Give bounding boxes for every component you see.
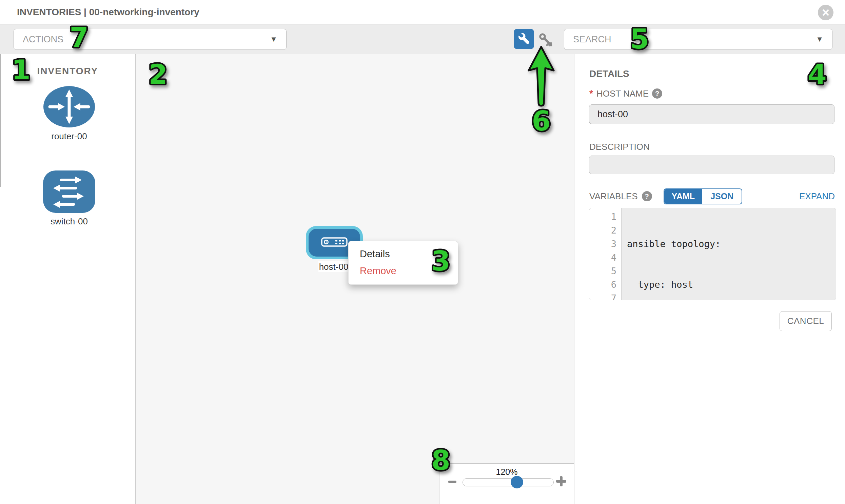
host-node-label: host-00 bbox=[318, 261, 349, 272]
variables-label: VARIABLES bbox=[589, 191, 638, 202]
page-title: INVENTORIES | 00-networking-inventory bbox=[17, 7, 199, 18]
editor-line-numbers: 1 2 3 4 5 6 7 bbox=[589, 208, 621, 300]
actions-dropdown-label: ACTIONS bbox=[23, 34, 64, 45]
zoom-in-button[interactable] bbox=[556, 476, 566, 486]
zoom-control-panel: 120% bbox=[439, 463, 574, 504]
zoom-level-value: 120% bbox=[439, 467, 574, 477]
toolbar: ACTIONS ▼ SEARCH ▼ bbox=[0, 24, 845, 55]
inventory-sidebar: INVENTORY router-00 bbox=[0, 54, 136, 504]
toggle-json-button[interactable]: JSON bbox=[702, 189, 742, 204]
close-icon[interactable]: × bbox=[818, 5, 833, 20]
palette-item-switch[interactable]: switch-00 bbox=[43, 170, 95, 227]
key-button[interactable] bbox=[539, 33, 553, 49]
chevron-down-icon: ▼ bbox=[816, 35, 823, 44]
topology-canvas[interactable]: host-00 Details Remove 120% bbox=[136, 54, 574, 504]
variables-code-editor[interactable]: 1 2 3 4 5 6 7 ansible_topology: type: ho… bbox=[589, 208, 836, 300]
host-name-label: HOST NAME bbox=[596, 88, 649, 99]
context-menu-details[interactable]: Details bbox=[349, 246, 458, 262]
zoom-slider-handle[interactable] bbox=[511, 476, 523, 488]
required-marker: * bbox=[589, 88, 593, 99]
cancel-button[interactable]: CANCEL bbox=[779, 311, 832, 331]
actions-dropdown[interactable]: ACTIONS ▼ bbox=[14, 29, 286, 50]
expand-link[interactable]: EXPAND bbox=[799, 191, 835, 202]
palette-item-label: switch-00 bbox=[43, 216, 95, 227]
palette-item-label: router-00 bbox=[43, 131, 95, 142]
search-dropdown[interactable]: SEARCH ▼ bbox=[564, 29, 832, 50]
variables-row: VARIABLES ? YAML JSON EXPAND bbox=[589, 189, 835, 203]
wrench-icon bbox=[517, 32, 530, 46]
switch-icon bbox=[43, 208, 95, 214]
search-dropdown-label: SEARCH bbox=[573, 34, 611, 45]
editor-code[interactable]: ansible_topology: type: host name: host-… bbox=[621, 208, 836, 300]
help-icon: ? bbox=[652, 88, 662, 98]
sidebar-heading: INVENTORY bbox=[0, 66, 135, 77]
details-panel: DETAILS * HOST NAME ? DESCRIPTION VARIAB… bbox=[574, 54, 845, 504]
details-heading: DETAILS bbox=[589, 69, 629, 79]
chevron-down-icon: ▼ bbox=[270, 35, 277, 44]
context-menu: Details Remove bbox=[348, 241, 458, 285]
description-field[interactable] bbox=[589, 156, 834, 174]
palette-item-router[interactable]: router-00 bbox=[43, 86, 95, 142]
help-icon: ? bbox=[642, 191, 652, 201]
inventory-topology-app: INVENTORIES | 00-networking-inventory × … bbox=[0, 0, 845, 504]
zoom-out-button[interactable] bbox=[448, 481, 456, 483]
zoom-slider-track[interactable] bbox=[462, 478, 554, 486]
context-menu-remove[interactable]: Remove bbox=[349, 262, 458, 279]
key-icon bbox=[539, 43, 553, 49]
configure-button[interactable] bbox=[514, 29, 534, 49]
server-icon bbox=[321, 237, 348, 248]
router-icon bbox=[43, 123, 95, 129]
toggle-yaml-button[interactable]: YAML bbox=[664, 189, 703, 204]
host-name-label-row: * HOST NAME ? bbox=[589, 88, 662, 99]
page-header: INVENTORIES | 00-networking-inventory × bbox=[0, 0, 845, 24]
format-toggle: YAML JSON bbox=[664, 188, 743, 204]
host-name-field[interactable] bbox=[589, 104, 834, 124]
description-label: DESCRIPTION bbox=[589, 142, 650, 152]
